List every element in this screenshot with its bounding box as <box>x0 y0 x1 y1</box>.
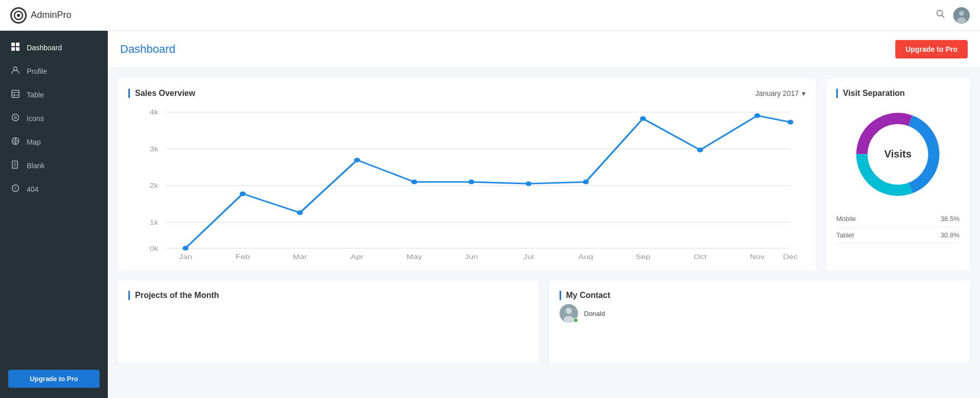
main-layout: Dashboard Profile Table <box>0 31 980 398</box>
mobile-label: Mobile <box>836 215 856 223</box>
svg-text:Jan: Jan <box>179 253 192 260</box>
svg-rect-12 <box>12 90 19 97</box>
svg-point-49 <box>240 191 246 196</box>
svg-text:Aug: Aug <box>579 253 593 260</box>
svg-point-57 <box>697 148 703 152</box>
svg-line-3 <box>942 15 945 18</box>
sales-card-header: Sales Overview January 2017 ▾ <box>128 89 805 98</box>
online-status-dot <box>573 318 578 323</box>
content-body: Sales Overview January 2017 ▾ <box>108 68 980 398</box>
header-right <box>936 7 970 24</box>
sidebar-label-map: Map <box>27 138 41 146</box>
svg-point-55 <box>583 180 589 184</box>
svg-point-54 <box>526 182 532 186</box>
svg-point-59 <box>787 120 794 125</box>
svg-point-17 <box>14 116 16 118</box>
svg-point-6 <box>957 17 966 24</box>
svg-text:Nov: Nov <box>750 253 765 260</box>
sidebar-item-table[interactable]: Table <box>0 83 108 107</box>
month-selector[interactable]: January 2017 ▾ <box>755 89 805 97</box>
sales-overview-card: Sales Overview January 2017 ▾ <box>118 78 816 270</box>
month-label: January 2017 <box>755 89 799 97</box>
search-icon[interactable] <box>936 9 945 21</box>
logo-area: AdminPro <box>10 7 71 24</box>
svg-point-52 <box>411 180 417 184</box>
svg-point-56 <box>640 116 646 121</box>
svg-text:Jul: Jul <box>523 253 534 260</box>
svg-text:Jun: Jun <box>465 253 478 260</box>
sidebar-label-table: Table <box>27 91 44 99</box>
sidebar-item-404[interactable]: ? 404 <box>0 177 108 201</box>
visit-stat-tablet: Tablet 30.8% <box>836 227 959 244</box>
svg-text:May: May <box>407 253 422 260</box>
sidebar-item-profile[interactable]: Profile <box>0 59 108 83</box>
upgrade-to-pro-button[interactable]: Upgrade to Pro <box>895 40 968 58</box>
svg-text:Feb: Feb <box>236 253 250 260</box>
404-icon: ? <box>10 184 21 194</box>
sales-chart-svg: 4k 3k 2k 1k 0k Jan Feb Mar Apr May Jun <box>128 106 805 260</box>
dashboard-icon <box>10 43 21 53</box>
sidebar-label-profile: Profile <box>27 67 47 75</box>
svg-point-1 <box>17 14 20 17</box>
page-title: Dashboard <box>120 43 176 56</box>
sidebar-item-map[interactable]: Map <box>0 130 108 154</box>
svg-text:3k: 3k <box>150 145 159 152</box>
visit-stats: Mobile 38.5% Tablet 30.8% <box>836 211 959 244</box>
svg-point-58 <box>754 113 760 118</box>
sidebar-item-blank[interactable]: Blank <box>0 154 108 177</box>
contact-item: Donald <box>560 300 960 327</box>
projects-title: Projects of the Month <box>128 291 529 300</box>
svg-point-53 <box>468 180 474 184</box>
donut-chart: Visits <box>836 108 959 201</box>
visit-separation-card: Visit Separation Visits <box>826 78 970 270</box>
svg-rect-10 <box>16 47 20 51</box>
table-icon <box>10 90 21 100</box>
visit-title: Visit Separation <box>836 89 959 98</box>
svg-rect-9 <box>11 47 15 51</box>
projects-card: Projects of the Month <box>118 281 539 363</box>
sidebar: Dashboard Profile Table <box>0 31 108 398</box>
svg-point-16 <box>12 114 19 121</box>
contact-avatar <box>560 304 578 323</box>
sidebar-label-404: 404 <box>27 185 39 193</box>
top-header: AdminPro <box>0 0 980 31</box>
donut-svg: Visits <box>852 108 944 201</box>
svg-text:4k: 4k <box>150 109 159 116</box>
content-area: Dashboard Upgrade to Pro Sales Overview … <box>108 31 980 398</box>
visit-stat-mobile: Mobile 38.5% <box>836 211 959 227</box>
svg-point-5 <box>959 11 964 16</box>
contact-card: My Contact Donald <box>549 281 970 363</box>
svg-rect-7 <box>11 43 15 46</box>
contact-name: Donald <box>584 310 605 317</box>
donut-label: Visits <box>885 148 912 160</box>
svg-text:Dec: Dec <box>783 253 798 260</box>
avatar[interactable] <box>953 7 970 24</box>
svg-text:?: ? <box>14 186 16 191</box>
svg-text:0k: 0k <box>150 245 159 252</box>
profile-icon <box>10 66 21 76</box>
sidebar-label-dashboard: Dashboard <box>27 44 62 52</box>
svg-text:2k: 2k <box>150 182 159 189</box>
mobile-value: 38.5% <box>940 215 959 223</box>
tablet-value: 30.8% <box>940 231 959 239</box>
top-row: Sales Overview January 2017 ▾ <box>118 78 970 270</box>
blank-icon <box>10 161 21 171</box>
sidebar-label-icons: Icons <box>27 114 44 123</box>
sidebar-item-icons[interactable]: Icons <box>0 107 108 130</box>
sidebar-upgrade-button[interactable]: Upgrade to Pro <box>8 370 100 388</box>
svg-text:Mar: Mar <box>293 253 307 260</box>
chevron-down-icon: ▾ <box>802 89 805 97</box>
svg-point-50 <box>297 210 303 215</box>
svg-point-48 <box>183 246 189 250</box>
tablet-label: Tablet <box>836 231 854 239</box>
logo-text: AdminPro <box>31 10 71 21</box>
map-icon <box>10 137 21 147</box>
svg-point-64 <box>566 308 572 314</box>
svg-text:Oct: Oct <box>694 253 706 260</box>
svg-point-51 <box>354 157 360 162</box>
sidebar-item-dashboard[interactable]: Dashboard <box>0 36 108 59</box>
logo-icon <box>10 7 27 24</box>
sales-chart: 4k 3k 2k 1k 0k Jan Feb Mar Apr May Jun <box>128 106 805 260</box>
svg-text:1k: 1k <box>150 218 159 226</box>
svg-rect-8 <box>16 43 20 46</box>
